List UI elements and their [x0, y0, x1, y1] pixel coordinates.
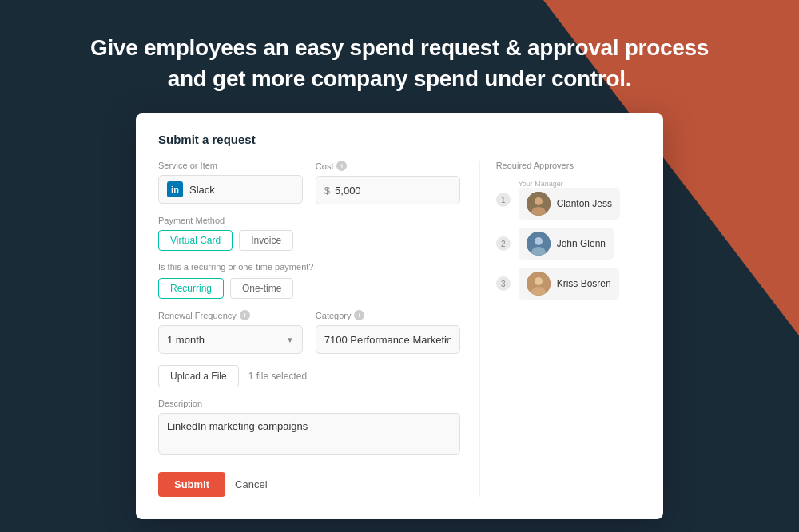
payment-options: Virtual Card Invoice — [158, 230, 460, 251]
linkedin-icon: in — [167, 181, 183, 197]
category-select-wrapper[interactable]: 7100 Performance Marketing 7200 Brand Ma… — [316, 325, 460, 354]
modal-title: Submit a request — [158, 133, 641, 146]
invoice-button[interactable]: Invoice — [239, 230, 293, 251]
approver-2-card: John Glenn — [519, 228, 614, 260]
description-label: Description — [158, 399, 460, 408]
payment-method-section: Payment Method Virtual Card Invoice — [158, 216, 460, 251]
recurring-options: Recurring One-time — [158, 278, 460, 299]
approver-2-name: John Glenn — [557, 238, 606, 249]
approver-1-avatar — [527, 192, 551, 216]
submit-button[interactable]: Submit — [158, 472, 225, 497]
recurring-button[interactable]: Recurring — [158, 278, 224, 299]
one-time-button[interactable]: One-time — [230, 278, 293, 299]
approver-3-num: 3 — [496, 276, 511, 291]
cost-text-input[interactable] — [335, 185, 451, 197]
approver-1-name: Clanton Jess — [557, 198, 612, 209]
category-select[interactable]: 7100 Performance Marketing 7200 Brand Ma… — [324, 334, 451, 346]
renewal-select[interactable]: 1 month 3 months 6 months 1 year — [167, 334, 294, 346]
action-row: Submit Cancel — [158, 472, 460, 497]
approver-3: 3 Kriss Bosren — [496, 268, 641, 300]
svg-point-17 — [535, 277, 543, 285]
upload-section: Upload a File 1 file selected — [158, 365, 460, 387]
cost-field: Cost i $ — [316, 161, 460, 204]
approver-3-name: Kriss Bosren — [557, 278, 611, 289]
renewal-info-icon[interactable]: i — [240, 310, 250, 320]
virtual-card-button[interactable]: Virtual Card — [158, 230, 233, 251]
header-title: Give employees an easy spend request & a… — [48, 32, 751, 94]
approver-3-card: Kriss Bosren — [519, 268, 619, 300]
cancel-button[interactable]: Cancel — [235, 478, 267, 490]
description-textarea[interactable]: LinkedIn marketing campaigns — [158, 413, 460, 455]
service-label: Service or Item — [158, 161, 303, 170]
upload-button[interactable]: Upload a File — [158, 365, 239, 387]
approver-3-avatar — [527, 272, 551, 296]
category-field: Category i 7100 Performance Marketing 72… — [316, 310, 460, 354]
recurring-section: Is this a recurring or one-time payment?… — [158, 262, 460, 299]
approver-2-num: 2 — [496, 236, 511, 251]
service-text-input[interactable] — [189, 184, 294, 196]
approvers-section: Required Approvers 1 Your Manager — [480, 161, 641, 497]
cost-label: Cost i — [316, 161, 460, 171]
file-selected-text: 1 file selected — [248, 371, 307, 382]
cost-input[interactable]: $ — [316, 176, 460, 204]
approver-2-avatar — [527, 232, 551, 256]
renewal-select-wrapper[interactable]: 1 month 3 months 6 months 1 year ▼ — [158, 325, 303, 354]
submit-modal: Submit a request Service or Item in Cost… — [136, 113, 663, 519]
approver-1-role: Your Manager — [519, 180, 620, 188]
currency-symbol: $ — [324, 185, 330, 197]
svg-point-11 — [535, 197, 543, 205]
header-section: Give employees an easy spend request & a… — [0, 0, 799, 113]
service-input[interactable]: in — [158, 175, 303, 204]
payment-label: Payment Method — [158, 216, 460, 225]
approvers-title: Required Approvers — [496, 161, 641, 170]
service-field: Service or Item in — [158, 161, 303, 204]
description-section: Description LinkedIn marketing campaigns — [158, 399, 460, 458]
category-info-icon[interactable]: i — [354, 310, 364, 320]
approver-1-card: Clanton Jess — [519, 188, 620, 220]
approver-1: 1 Your Manager Clanton Jess — [496, 180, 641, 220]
recurring-question: Is this a recurring or one-time payment? — [158, 262, 460, 272]
approver-1-num: 1 — [496, 193, 511, 207]
svg-point-14 — [535, 237, 543, 245]
cost-info-icon[interactable]: i — [336, 161, 347, 171]
renewal-field: Renewal Frequency i 1 month 3 months 6 m… — [158, 310, 303, 354]
category-label: Category i — [316, 310, 460, 320]
approver-2: 2 John Glenn — [496, 228, 641, 260]
renewal-label: Renewal Frequency i — [158, 310, 303, 320]
